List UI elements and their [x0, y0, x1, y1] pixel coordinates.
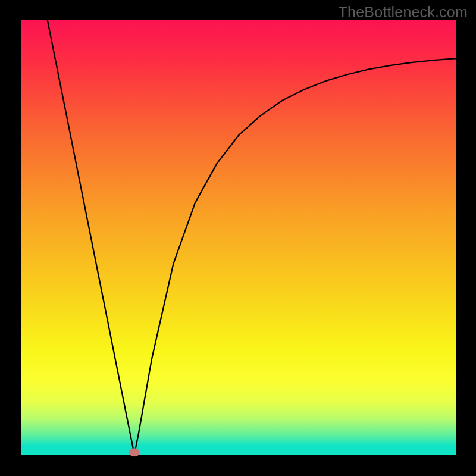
plot-background: [21, 20, 456, 455]
chart-svg: [0, 0, 476, 476]
min-marker: [129, 448, 140, 456]
bottleneck-chart: TheBottleneck.com: [0, 0, 476, 476]
watermark-text: TheBottleneck.com: [339, 4, 468, 21]
